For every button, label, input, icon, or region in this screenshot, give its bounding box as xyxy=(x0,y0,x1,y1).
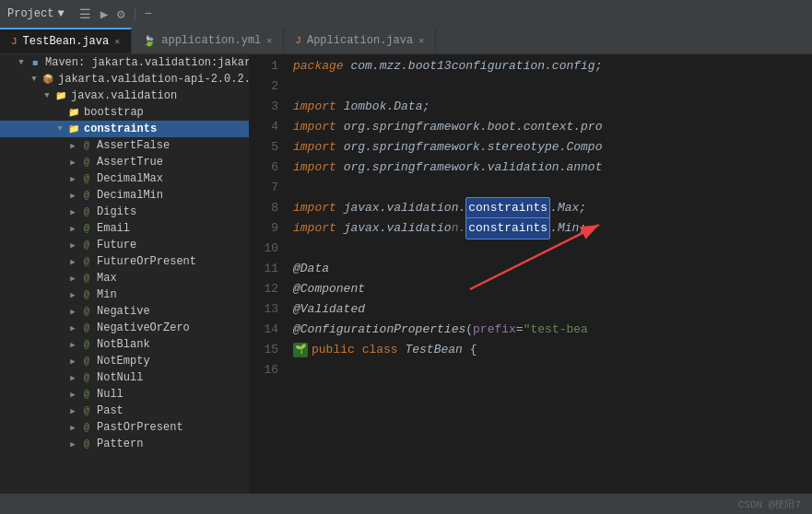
tabs-bar: J TestBean.java ✕ 🍃 application.yml ✕ J … xyxy=(0,28,812,54)
tree-item-javax[interactable]: ▼ 📁 javax.validation xyxy=(0,88,249,104)
java-icon: J xyxy=(11,36,18,47)
tab-testbean-label: TestBean.java xyxy=(23,35,110,48)
code-line-4: import org.springframework.boot.context.… xyxy=(293,117,812,137)
arrow-past: ▶ xyxy=(66,406,79,416)
tree-item-decimalmin[interactable]: ▶ @ DecimalMin xyxy=(0,187,249,204)
tree-item-assertfalse[interactable]: ▶ @ AssertFalse xyxy=(0,137,249,154)
tree-item-digits[interactable]: ▶ @ Digits xyxy=(0,204,249,220)
code-line-3: import lombok.Data; xyxy=(293,97,812,117)
code-line-12: @Component xyxy=(293,279,812,299)
status-bar: CSDN @梗阳7 xyxy=(0,494,812,514)
tree-item-email[interactable]: ▶ @ Email xyxy=(0,220,249,237)
max-label: Max xyxy=(97,272,117,285)
folder-icon-javax: 📁 xyxy=(53,88,68,103)
jar-label: jakarta.validation-api-2.0.2.jar libr xyxy=(58,73,249,86)
arrow-negativeorzero: ▶ xyxy=(66,323,79,333)
code-line-11: @Data xyxy=(293,259,812,279)
annotation-icon-email: @ xyxy=(79,221,94,236)
bootstrap-label: bootstrap xyxy=(84,106,144,119)
tree-item-asserttrue[interactable]: ▶ @ AssertTrue xyxy=(0,154,249,170)
tree-item-decimalmax[interactable]: ▶ @ DecimalMax xyxy=(0,170,249,187)
arrow-jar: ▼ xyxy=(28,75,41,84)
code-line-5: import org.springframework.stereotype.Co… xyxy=(293,137,812,158)
tree-item-negativeorzero[interactable]: ▶ @ NegativeOrZero xyxy=(0,320,249,336)
sidebar: ▼ ◼ Maven: jakarta.validation:jakarta.va… xyxy=(0,54,249,494)
annotation-icon-null: @ xyxy=(79,387,94,402)
code-content[interactable]: package com.mzz.boot13configuration.conf… xyxy=(286,54,812,494)
tab-application-close[interactable]: ✕ xyxy=(418,35,424,46)
arrow-email: ▶ xyxy=(66,224,79,234)
annotation-icon-negativeorzero: @ xyxy=(79,321,94,335)
tree-item-maven[interactable]: ▼ ◼ Maven: jakarta.validation:jakarta.va… xyxy=(0,54,249,71)
arrow-max: ▶ xyxy=(66,274,79,284)
arrow-pattern: ▶ xyxy=(66,439,79,450)
arrow-negative: ▶ xyxy=(66,307,79,317)
annotation-icon-digits: @ xyxy=(79,204,94,219)
maven-label: Maven: jakarta.validation:jakarta.valid.… xyxy=(45,56,249,69)
watermark: CSDN @梗阳7 xyxy=(738,497,801,511)
project-dropdown[interactable]: Project ▼ xyxy=(7,7,65,20)
tree-item-pastorpresent[interactable]: ▶ @ PastOrPresent xyxy=(0,419,249,436)
arrow-future: ▶ xyxy=(66,240,79,251)
tree-item-notblank[interactable]: ▶ @ NotBlank xyxy=(0,336,249,353)
annotation-icon-min: @ xyxy=(79,287,94,302)
negativeorzero-label: NegativeOrZero xyxy=(97,321,190,334)
structure-icon[interactable]: ☰ xyxy=(79,6,91,22)
tree-item-notnull[interactable]: ▶ @ NotNull xyxy=(0,369,249,386)
negative-label: Negative xyxy=(97,305,150,318)
javax-label: javax.validation xyxy=(71,89,177,102)
arrow-futureorpresent: ▶ xyxy=(66,257,79,267)
tree-item-min[interactable]: ▶ @ Min xyxy=(0,286,249,303)
annotation-icon-futureorpresent: @ xyxy=(79,254,94,269)
tree-item-null[interactable]: ▶ @ Null xyxy=(0,386,249,403)
tab-testbean[interactable]: J TestBean.java ✕ xyxy=(0,28,132,53)
assertfalse-label: AssertFalse xyxy=(97,139,170,152)
tree-item-bootstrap[interactable]: 📁 bootstrap xyxy=(0,104,249,121)
annotation-icon-future: @ xyxy=(79,238,94,252)
tab-appyml-label: application.yml xyxy=(161,34,261,47)
code-line-7 xyxy=(293,178,812,198)
tab-appyml-close[interactable]: ✕ xyxy=(266,35,272,46)
arrow-notnull: ▶ xyxy=(66,373,79,383)
tree-item-past[interactable]: ▶ @ Past xyxy=(0,403,249,419)
tree-item-pattern[interactable]: ▶ @ Pattern xyxy=(0,436,249,452)
code-line-10 xyxy=(293,239,812,259)
tab-testbean-close[interactable]: ✕ xyxy=(114,36,120,47)
code-line-14: @ConfigurationProperties(prefix = "test-… xyxy=(293,320,812,340)
tree-item-constraints[interactable]: ▼ 📁 constraints xyxy=(0,121,249,137)
future-label: Future xyxy=(97,239,136,251)
annotation-icon-assertfalse: @ xyxy=(79,138,94,153)
build-icon[interactable]: ⚙ xyxy=(117,6,124,22)
arrow-decimalmax: ▶ xyxy=(66,174,79,184)
null-label: Null xyxy=(97,388,124,401)
arrow-pastorpresent: ▶ xyxy=(66,423,79,433)
tab-appyml[interactable]: 🍃 application.yml ✕ xyxy=(132,28,284,53)
tree-item-notempty[interactable]: ▶ @ NotEmpty xyxy=(0,353,249,369)
past-label: Past xyxy=(97,404,124,417)
pastorpresent-label: PastOrPresent xyxy=(97,421,183,434)
annotation-icon-pastorpresent: @ xyxy=(79,420,94,435)
annotation-icon-negative: @ xyxy=(79,304,94,319)
code-line-6: import org.springframework.validation.an… xyxy=(293,158,812,178)
code-line-9: import javax.validation.constraints.Min; xyxy=(293,218,812,239)
decimalmax-label: DecimalMax xyxy=(97,172,163,185)
tree-item-max[interactable]: ▶ @ Max xyxy=(0,270,249,286)
java-icon2: J xyxy=(295,35,301,46)
tree-item-jar[interactable]: ▼ 📦 jakarta.validation-api-2.0.2.jar lib… xyxy=(0,71,249,88)
line15-icon: 🌱 xyxy=(293,343,308,357)
tab-application[interactable]: J Application.java ✕ xyxy=(284,28,436,53)
digits-label: Digits xyxy=(97,205,136,218)
close-icon[interactable]: − xyxy=(145,6,152,21)
annotation-icon-notempty: @ xyxy=(79,354,94,368)
tree-item-negative[interactable]: ▶ @ Negative xyxy=(0,303,249,320)
tree-item-future[interactable]: ▶ @ Future xyxy=(0,237,249,253)
yml-icon: 🍃 xyxy=(143,35,156,47)
annotation-icon-decimalmin: @ xyxy=(79,188,94,203)
code-area[interactable]: 1 2 3 4 5 6 7 8 9 10 11 12 13 14 15 16 xyxy=(249,54,812,494)
annotation-icon-max: @ xyxy=(79,271,94,286)
editor[interactable]: 1 2 3 4 5 6 7 8 9 10 11 12 13 14 15 16 xyxy=(249,54,812,494)
annotation-icon-decimalmax: @ xyxy=(79,171,94,186)
module-icon: ◼ xyxy=(28,55,42,70)
tree-item-futureorpresent[interactable]: ▶ @ FutureOrPresent xyxy=(0,253,249,270)
run-icon[interactable]: ▶ xyxy=(100,6,108,22)
